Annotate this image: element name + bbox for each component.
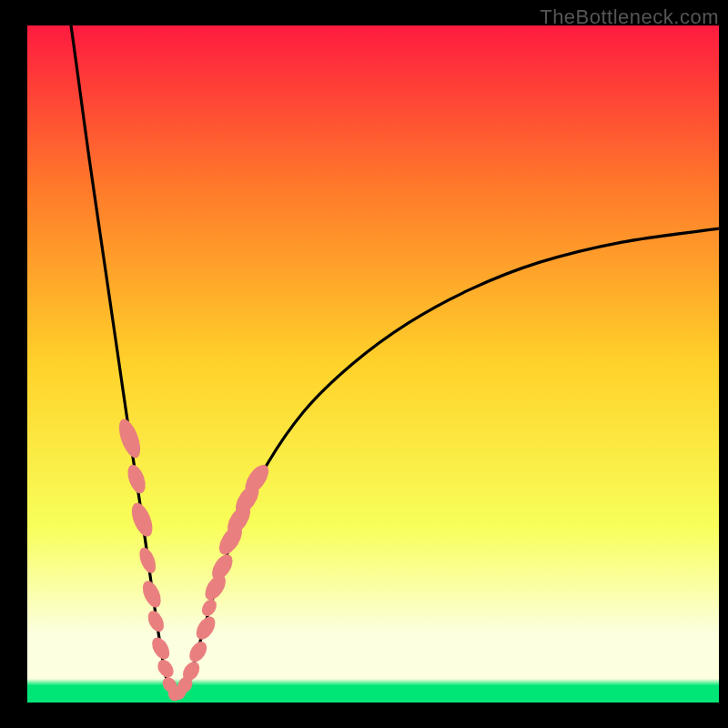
watermark-text: TheBottleneck.com xyxy=(540,5,719,29)
chart-container: TheBottleneck.com xyxy=(0,0,728,728)
plot-background xyxy=(27,25,719,703)
bottleneck-curve-chart xyxy=(0,0,728,728)
